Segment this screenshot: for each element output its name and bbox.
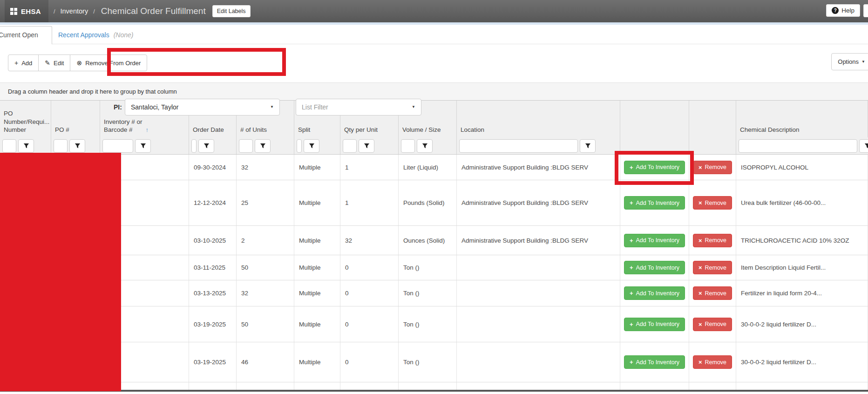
column-header-chemical-description[interactable]: Chemical Description bbox=[736, 101, 868, 137]
app-logo[interactable]: EHSA bbox=[5, 0, 48, 22]
button-label: Add To Inventory bbox=[636, 265, 680, 271]
funnel-icon[interactable] bbox=[198, 139, 214, 153]
remove-button[interactable]: ×Remove bbox=[693, 196, 732, 210]
cell-location: Administrative Support Building :BLDG SE… bbox=[457, 180, 620, 225]
add-to-inventory-button[interactable]: +Add To Inventory bbox=[624, 234, 685, 247]
plus-icon: + bbox=[630, 290, 633, 297]
button-label: Add To Inventory bbox=[636, 359, 680, 366]
cell-order-date: 03-13-2025 bbox=[189, 280, 237, 306]
remove-button[interactable]: ×Remove bbox=[693, 261, 732, 274]
options-button[interactable]: Options ▼ bbox=[831, 53, 868, 70]
add-to-inventory-button[interactable]: +Add To Inventory bbox=[624, 286, 685, 300]
funnel-icon[interactable] bbox=[580, 139, 596, 153]
cell-volume-size: Ounces (Solid) bbox=[399, 226, 457, 255]
list-filter-dropdown[interactable]: List Filter ▼ bbox=[296, 99, 421, 115]
remove-button[interactable]: ×Remove bbox=[693, 161, 732, 174]
pi-dropdown-value: Santaloci, Taylor bbox=[131, 103, 178, 111]
table-row[interactable]: 03-11-202550Multiple0Ton ()+Add To Inven… bbox=[0, 255, 868, 280]
column-header-location[interactable]: Location bbox=[457, 101, 620, 137]
funnel-icon[interactable] bbox=[18, 139, 34, 153]
help-label: Help bbox=[841, 7, 854, 14]
pencil-icon: ✎ bbox=[45, 59, 50, 67]
add-to-inventory-button[interactable]: +Add To Inventory bbox=[624, 261, 685, 274]
cell-split: Multiple bbox=[294, 226, 340, 255]
grid-bottom-divider bbox=[0, 390, 868, 392]
funnel-icon[interactable] bbox=[255, 139, 271, 153]
remove-button[interactable]: ×Remove bbox=[693, 234, 732, 247]
remove-from-order-button[interactable]: ⊗ Remove From Order bbox=[70, 54, 147, 71]
chevron-down-icon: ▼ bbox=[412, 99, 415, 115]
qty-per-unit-filter-input[interactable] bbox=[343, 139, 357, 153]
table-row[interactable]: 09-30-202432Multiple1Liter (Liquid)Admin… bbox=[0, 155, 868, 180]
funnel-icon[interactable] bbox=[135, 139, 151, 153]
add-button[interactable]: + Add bbox=[8, 54, 39, 71]
pi-dropdown[interactable]: Santaloci, Taylor ▼ bbox=[125, 99, 280, 115]
list-filter-placeholder: List Filter bbox=[302, 103, 328, 111]
filter-cell-remove-action bbox=[689, 137, 736, 154]
table-row[interactable]: 03-13-202532Multiple0Ton ()+Add To Inven… bbox=[0, 280, 868, 306]
edit-labels-button[interactable]: Edit Labels bbox=[212, 5, 251, 17]
location-filter-input[interactable] bbox=[459, 139, 578, 153]
inventory-barcode-filter-input[interactable] bbox=[102, 139, 133, 153]
x-icon: × bbox=[698, 199, 702, 206]
breadcrumb-inventory[interactable]: Inventory bbox=[61, 7, 88, 15]
remove-button[interactable]: ×Remove bbox=[693, 286, 732, 300]
page-title: Chemical Order Fulfillment bbox=[101, 6, 206, 16]
edit-button[interactable]: ✎ Edit bbox=[38, 54, 70, 71]
filter-cell-po-requisition-number bbox=[0, 137, 51, 154]
remove-button[interactable]: ×Remove bbox=[693, 355, 732, 369]
cell-order-date: 03-19-2025 bbox=[189, 342, 237, 382]
help-button[interactable]: ? Help bbox=[826, 4, 860, 17]
clipped-toolbar-button[interactable] bbox=[863, 4, 868, 17]
po-requisition-filter-input[interactable] bbox=[2, 139, 16, 153]
tab-current-open-pos[interactable]: Current Open POs bbox=[0, 26, 52, 44]
chemical-description-filter-input[interactable] bbox=[739, 139, 857, 153]
add-to-inventory-button[interactable]: +Add To Inventory bbox=[624, 161, 685, 174]
table-filter-row bbox=[0, 137, 868, 155]
order-date-filter-input[interactable] bbox=[191, 139, 197, 153]
add-to-inventory-button[interactable]: +Add To Inventory bbox=[624, 318, 685, 331]
group-by-drop-zone[interactable]: Drag a column header and drop it here to… bbox=[0, 83, 868, 100]
filter-cell-order-date bbox=[189, 137, 237, 154]
add-to-inventory-button[interactable]: +Add To Inventory bbox=[624, 196, 685, 210]
cell-location bbox=[457, 255, 620, 280]
table-row[interactable]: 12-12-202425Multiple1Pounds (Solid)Admin… bbox=[0, 180, 868, 226]
table-row[interactable]: 03-19-202546Multiple0Ton ()+Add To Inven… bbox=[0, 342, 868, 382]
split-filter-input[interactable] bbox=[297, 139, 302, 153]
column-header-po-number[interactable]: PO # bbox=[51, 101, 100, 137]
grid-icon bbox=[10, 8, 17, 15]
funnel-icon[interactable] bbox=[859, 139, 868, 153]
funnel-icon[interactable] bbox=[359, 139, 374, 153]
sort-ascending-icon: ↑ bbox=[146, 126, 149, 134]
table-row[interactable]: 03-19-202550Multiple0Ton ()+Add To Inven… bbox=[0, 306, 868, 342]
filter-cell-inventory-barcode bbox=[100, 137, 189, 154]
cell-qty-per-unit: 0 bbox=[340, 280, 399, 306]
cell-remove-action: ×Remove bbox=[689, 155, 736, 180]
breadcrumb-separator: / bbox=[93, 8, 95, 15]
cell-chemical-description: ISOPROPYL ALCOHOL bbox=[736, 155, 868, 180]
add-to-inventory-button[interactable]: +Add To Inventory bbox=[624, 355, 685, 369]
cell-order-date: 03-10-2025 bbox=[189, 226, 237, 255]
column-header-po-requisition-number[interactable]: PO Number/Requi... Number bbox=[0, 101, 51, 137]
plus-icon: + bbox=[630, 264, 633, 271]
tab-recent-approvals[interactable]: Recent Approvals (None) bbox=[58, 26, 133, 44]
funnel-icon[interactable] bbox=[69, 139, 85, 153]
cell-volume-size: Pounds (Solid) bbox=[399, 180, 457, 225]
cell-chemical-description: 30-0-0-2 liquid fertilizer D... bbox=[736, 342, 868, 382]
volume-size-filter-input[interactable] bbox=[401, 139, 415, 153]
po-number-filter-input[interactable] bbox=[54, 139, 68, 153]
funnel-icon[interactable] bbox=[304, 139, 319, 153]
button-label: Remove bbox=[705, 237, 727, 244]
button-label: Remove bbox=[705, 359, 727, 366]
cell-remove-action: ×Remove bbox=[689, 306, 736, 342]
cell-add-action: +Add To Inventory bbox=[620, 306, 689, 342]
cell-remove-action: ×Remove bbox=[689, 180, 736, 225]
units-filter-input[interactable] bbox=[239, 139, 253, 153]
table-row[interactable]: 03-10-20252Multiple32Ounces (Solid)Admin… bbox=[0, 226, 868, 255]
plus-icon: + bbox=[630, 164, 633, 171]
funnel-icon[interactable] bbox=[417, 139, 433, 153]
cell-units: 50 bbox=[237, 255, 294, 280]
cell-units: 32 bbox=[237, 280, 294, 306]
remove-button[interactable]: ×Remove bbox=[693, 318, 732, 331]
x-icon: × bbox=[698, 321, 702, 328]
